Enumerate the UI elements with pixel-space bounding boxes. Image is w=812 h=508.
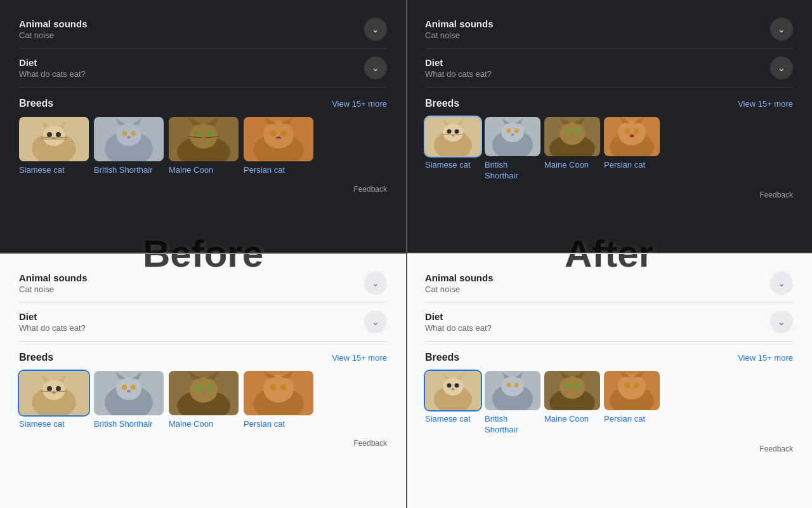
breed-maine-tr[interactable]: Maine Coon — [544, 117, 600, 182]
breed-name-british-tr: British Shorthair — [485, 160, 540, 182]
breed-siamese[interactable]: Siamese cat — [19, 117, 89, 176]
breed-siamese-bl[interactable]: Siamese cat — [19, 371, 89, 430]
accordion-animal-sounds-top-left[interactable]: Animal sounds Cat noise ⌄ — [19, 18, 387, 41]
breed-siamese-tr[interactable]: Siamese cat — [425, 117, 481, 182]
breed-name-siamese-tr: Siamese cat — [425, 160, 471, 171]
breed-british-br[interactable]: British Shorthair — [485, 371, 540, 436]
chevron-btn-7[interactable]: ⌄ — [770, 272, 793, 295]
breed-name-british-br: British Shorthair — [485, 414, 540, 436]
horizontal-divider-right — [406, 253, 812, 254]
breed-persian-bl[interactable]: Persian cat — [244, 371, 313, 430]
svg-point-90 — [501, 122, 524, 142]
breed-maine-bl[interactable]: Maine Coon — [169, 371, 239, 430]
chevron-btn-6[interactable]: ⌄ — [770, 57, 793, 79]
svg-rect-32 — [169, 117, 239, 161]
accordion-title: Diet — [425, 57, 492, 68]
breed-img-persian-br — [604, 371, 660, 410]
breeds-grid-right: Siamese cat — [425, 117, 793, 182]
accordion-subtitle: Cat noise — [425, 30, 494, 40]
accordion-animal-sounds-top-right[interactable]: Animal sounds Cat noise ⌄ — [425, 18, 793, 41]
accordion-subtitle: Cat noise — [19, 284, 88, 294]
accordion-title: Diet — [425, 311, 492, 322]
breed-img-siamese — [19, 117, 89, 161]
feedback-bottom-left[interactable]: Feedback — [0, 436, 406, 453]
svg-point-61 — [127, 390, 131, 392]
svg-point-133 — [566, 384, 570, 388]
breed-img-maine-br — [544, 371, 600, 410]
svg-point-130 — [560, 376, 585, 399]
svg-point-69 — [202, 391, 206, 394]
breed-name-persian-br: Persian cat — [604, 414, 645, 425]
breeds-title: Breeds — [19, 98, 53, 109]
accordion-subtitle: Cat noise — [425, 284, 494, 294]
svg-point-75 — [270, 384, 277, 391]
breed-img-siamese-tr — [425, 117, 481, 156]
chevron-btn-3[interactable]: ⌄ — [364, 272, 387, 295]
accordion-diet-bottom-right[interactable]: Diet What do cats eat? ⌄ — [425, 311, 793, 333]
svg-rect-53 — [19, 371, 89, 415]
accordion-diet-bottom-left[interactable]: Diet What do cats eat? ⌄ — [19, 311, 387, 333]
view-more-link[interactable]: View 15+ more — [332, 353, 387, 363]
svg-point-67 — [196, 385, 201, 391]
breed-british[interactable]: British Shorthair — [94, 117, 164, 176]
accordion-subtitle: What do cats eat? — [425, 69, 492, 79]
breed-img-siamese-bl — [19, 371, 89, 415]
accordion-title: Animal sounds — [425, 18, 494, 29]
breed-name-maine-tr: Maine Coon — [544, 160, 589, 171]
breed-persian-tr[interactable]: Persian cat — [604, 117, 660, 182]
breeds-grid: Siamese cat — [19, 371, 387, 430]
breed-name-maine: Maine Coon — [169, 165, 213, 176]
breed-british-bl[interactable]: British Shorthair — [94, 371, 164, 430]
vertical-divider — [406, 0, 407, 508]
breed-name-maine-br: Maine Coon — [544, 414, 589, 425]
svg-point-60 — [131, 385, 136, 390]
feedback-top-left[interactable]: Feedback — [0, 182, 406, 199]
breeds-title-tr: Breeds — [425, 98, 459, 109]
svg-rect-12 — [19, 117, 89, 161]
chevron-btn-5[interactable]: ⌄ — [770, 18, 793, 41]
chevron-btn-1[interactable]: ⌄ — [364, 18, 387, 41]
breed-name-persian-tr: Persian cat — [604, 160, 645, 171]
feedback-bottom-right[interactable]: Feedback — [406, 442, 812, 458]
svg-point-64 — [190, 377, 218, 403]
breed-persian[interactable]: Persian cat — [244, 117, 313, 176]
accordion-subtitle: Cat noise — [19, 30, 88, 40]
accordion-animal-sounds-bottom-left[interactable]: Animal sounds Cat noise ⌄ — [19, 272, 387, 295]
breed-img-persian-bl — [244, 371, 313, 415]
accordion-title: Animal sounds — [19, 272, 88, 283]
breed-siamese-br[interactable]: Siamese cat — [425, 371, 481, 436]
svg-point-56 — [116, 377, 141, 400]
view-more-link[interactable]: View 15+ more — [332, 99, 387, 109]
breed-img-siamese-br — [425, 371, 481, 410]
breed-name-maine-bl: Maine Coon — [169, 419, 213, 430]
view-more-link-tr[interactable]: View 15+ more — [738, 99, 793, 109]
chevron-btn-4[interactable]: ⌄ — [364, 311, 387, 333]
feedback-top-right[interactable]: Feedback — [406, 188, 812, 204]
svg-point-95 — [511, 133, 514, 136]
breed-maine[interactable]: Maine Coon — [169, 117, 239, 176]
breeds-title: Breeds — [19, 352, 53, 363]
svg-point-126 — [507, 383, 511, 387]
breed-img-persian — [244, 117, 313, 161]
svg-point-72 — [263, 375, 294, 403]
breed-persian-br[interactable]: Persian cat — [604, 371, 660, 436]
view-more-link-br[interactable]: View 15+ more — [738, 353, 793, 363]
accordion-diet-top-right[interactable]: Diet What do cats eat? ⌄ — [425, 57, 793, 79]
breeds-grid-right-bottom: Siamese cat — [425, 371, 793, 436]
accordion-animal-sounds-bottom-right[interactable]: Animal sounds Cat noise ⌄ — [425, 272, 793, 295]
chevron-btn-8[interactable]: ⌄ — [770, 311, 793, 333]
breed-img-british-tr — [485, 117, 540, 156]
breed-img-persian-tr — [604, 117, 660, 156]
accordion-diet-top-left[interactable]: Diet What do cats eat? ⌄ — [19, 57, 387, 79]
svg-point-68 — [206, 385, 211, 391]
breed-img-maine-bl — [169, 371, 239, 415]
accordion-title: Animal sounds — [19, 18, 88, 29]
svg-point-102 — [575, 130, 579, 134]
chevron-btn-2[interactable]: ⌄ — [364, 57, 387, 79]
breed-name-siamese-bl: Siamese cat — [19, 419, 65, 430]
svg-point-106 — [618, 120, 646, 145]
accordion-subtitle: What do cats eat? — [19, 69, 86, 79]
svg-rect-87 — [425, 117, 481, 156]
breed-british-tr[interactable]: British Shorthair — [485, 117, 540, 182]
breed-maine-br[interactable]: Maine Coon — [544, 371, 600, 436]
